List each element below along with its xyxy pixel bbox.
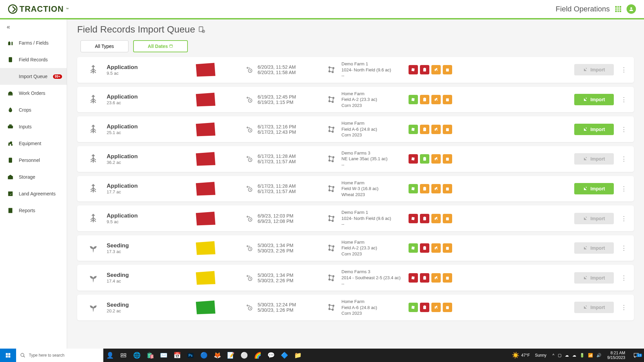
status-field-icon[interactable]	[409, 65, 418, 74]
status-clip-icon[interactable]	[420, 303, 429, 312]
tray-chevron-up-icon[interactable]: ^	[552, 353, 554, 358]
sidebar-item-storage[interactable]: Storage	[0, 169, 67, 185]
sidebar-item-land-agreements[interactable]: Land Agreements	[0, 185, 67, 202]
sidebar-item-crops[interactable]: Crops	[0, 102, 67, 118]
import-button[interactable]: Import	[574, 94, 614, 105]
taskbar-search[interactable]: Type here to search	[16, 349, 103, 362]
status-clip-icon[interactable]	[420, 65, 429, 74]
tb-app1[interactable]: ⚪	[237, 349, 251, 362]
svg-point-5	[11, 144, 13, 146]
status-person-icon[interactable]	[443, 125, 452, 134]
status-person-icon[interactable]	[443, 95, 452, 104]
status-equip-icon[interactable]	[431, 243, 441, 253]
tb-notepad[interactable]: 📝	[224, 349, 237, 362]
user-avatar-icon[interactable]	[627, 4, 636, 14]
status-person-icon[interactable]	[443, 214, 452, 223]
application-icon	[83, 153, 103, 165]
sidebar-item-personnel[interactable]: Personnel	[0, 152, 67, 169]
more-menu-button[interactable]: ⋮	[620, 274, 628, 282]
import-button[interactable]: Import	[574, 124, 614, 135]
sidebar-item-equipment[interactable]: Equipment	[0, 135, 67, 152]
status-equip-icon[interactable]	[431, 154, 441, 164]
status-indicators	[409, 303, 462, 312]
status-person-icon[interactable]	[443, 273, 452, 283]
status-field-icon[interactable]	[409, 214, 418, 223]
status-person-icon[interactable]	[443, 243, 452, 253]
taskbar-weather[interactable]: ☀️47°F Sunny	[508, 352, 550, 359]
sidebar-collapse-button[interactable]: «	[0, 19, 67, 35]
status-field-icon[interactable]	[409, 303, 418, 312]
tb-taskview[interactable]	[117, 349, 130, 362]
more-menu-button[interactable]: ⋮	[620, 215, 628, 222]
status-person-icon[interactable]	[443, 184, 452, 193]
record-row: Application25.1 ac6/17/23, 12:16 PM6/17/…	[77, 116, 634, 142]
status-field-icon[interactable]	[409, 243, 418, 253]
status-equip-icon[interactable]	[431, 303, 441, 312]
tray-meet-icon[interactable]: ▢	[558, 353, 561, 358]
tray-cloud-icon[interactable]: ☁	[572, 353, 576, 358]
status-equip-icon[interactable]	[431, 65, 441, 74]
sidebar-item-inputs[interactable]: Inputs	[0, 118, 67, 135]
status-equip-icon[interactable]	[431, 95, 441, 104]
tray-battery-icon[interactable]: 🔋	[580, 353, 585, 358]
tb-calendar[interactable]: 📅	[170, 349, 184, 362]
tb-explorer[interactable]: 📁	[291, 349, 305, 362]
more-menu-button[interactable]: ⋮	[620, 185, 628, 192]
tb-store[interactable]: 🛍️	[144, 349, 157, 362]
status-clip-icon[interactable]	[420, 154, 429, 164]
filter-all-types[interactable]: All Types	[80, 40, 128, 52]
status-clip-icon[interactable]	[420, 243, 429, 253]
status-field-icon[interactable]	[409, 184, 418, 193]
more-menu-button[interactable]: ⋮	[620, 155, 628, 163]
tray-onedrive-icon[interactable]: ☁	[565, 353, 569, 358]
status-clip-icon[interactable]	[420, 95, 429, 104]
tb-cortana[interactable]: 👤	[103, 349, 117, 362]
tb-photoshop[interactable]: Ps	[184, 349, 197, 362]
tb-edge[interactable]: 🌐	[130, 349, 144, 362]
status-equip-icon[interactable]	[431, 273, 441, 283]
status-field-icon[interactable]	[409, 273, 418, 283]
sidebar-item-reports[interactable]: Reports	[0, 202, 67, 219]
tray-volume-icon[interactable]: 🔊	[596, 353, 601, 358]
apps-grid-icon[interactable]	[615, 6, 621, 12]
tray-wifi-icon[interactable]: 📶	[588, 353, 593, 358]
import-button[interactable]: Import	[574, 183, 614, 194]
more-menu-button[interactable]: ⋮	[620, 96, 628, 103]
status-person-icon[interactable]	[443, 303, 452, 312]
record-row: Seeding17.4 ac5/30/23, 1:34 PM5/30/23, 2…	[77, 265, 634, 291]
tb-firefox[interactable]: 🦊	[211, 349, 224, 362]
status-field-icon[interactable]	[409, 125, 418, 134]
tb-mail[interactable]: ✉️	[157, 349, 170, 362]
more-menu-button[interactable]: ⋮	[620, 304, 628, 311]
tb-slack[interactable]: 💬	[264, 349, 278, 362]
start-button[interactable]	[0, 349, 16, 362]
tb-app2[interactable]: 🔷	[278, 349, 291, 362]
status-field-icon[interactable]	[409, 154, 418, 164]
sidebar-item-work-orders[interactable]: Work Orders	[0, 85, 67, 102]
more-menu-button[interactable]: ⋮	[620, 66, 628, 73]
status-person-icon[interactable]	[443, 154, 452, 164]
status-clip-icon[interactable]	[420, 184, 429, 193]
taskbar-notifications[interactable]: 13	[629, 352, 644, 358]
status-person-icon[interactable]	[443, 65, 452, 74]
filter-all-dates[interactable]: All Dates	[133, 40, 188, 52]
status-equip-icon[interactable]	[431, 184, 441, 193]
status-field-icon[interactable]	[409, 95, 418, 104]
brand-logo[interactable]: TRACTION™	[8, 4, 69, 14]
taskbar-systray: ^ ▢ ☁ ☁ 🔋 📶 🔊	[550, 353, 604, 358]
sidebar-item-import-queue[interactable]: Import Queue99+	[0, 68, 67, 85]
svg-point-105	[435, 278, 436, 279]
tb-chrome2[interactable]: 🌈	[251, 349, 264, 362]
taskbar-clock[interactable]: 8:21 AM9/15/2023	[604, 351, 629, 360]
status-equip-icon[interactable]	[431, 214, 441, 223]
status-clip-icon[interactable]	[420, 273, 429, 283]
status-clip-icon[interactable]	[420, 214, 429, 223]
more-menu-button[interactable]: ⋮	[620, 244, 628, 252]
status-equip-icon[interactable]	[431, 125, 441, 134]
sidebar-item-field-records[interactable]: Field Records	[0, 51, 67, 68]
sidebar-item-farms-fields[interactable]: Farms / Fields	[0, 35, 67, 51]
more-menu-button[interactable]: ⋮	[620, 126, 628, 133]
import-button: Import	[574, 302, 614, 313]
tb-chrome[interactable]: 🔵	[197, 349, 211, 362]
status-clip-icon[interactable]	[420, 125, 429, 134]
